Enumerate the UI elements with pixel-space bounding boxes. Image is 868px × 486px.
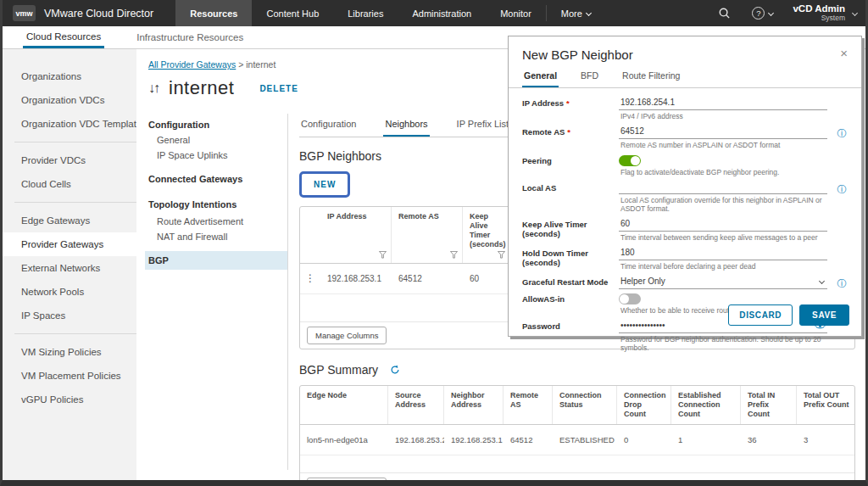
sidebar-item-cloud-cells[interactable]: Cloud Cells (3, 172, 136, 196)
column-header-ip-address[interactable]: IP Address (320, 207, 392, 263)
gateway-nav-route-advertisement[interactable]: Route Advertisement (145, 214, 287, 229)
column-header-edge-node[interactable]: Edge Node (300, 386, 388, 424)
local-as-input[interactable] (619, 182, 827, 194)
tab-configuration[interactable]: Configuration (299, 115, 358, 137)
field-label: Local AS (522, 182, 612, 215)
cell-total-in-prefix-count: 36 (741, 425, 797, 455)
sidebar: Organizations Organization VDCs Organiza… (3, 49, 136, 480)
close-icon[interactable]: × (840, 47, 848, 59)
sidebar-item-provider-gateways[interactable]: Provider Gateways (3, 232, 136, 256)
label-text: Remote AS (522, 127, 565, 137)
field-label: Graceful Restart Mode (522, 276, 612, 290)
save-button[interactable]: SAVE (799, 304, 849, 326)
nav-libraries[interactable]: Libraries (333, 0, 398, 26)
remote-as-input[interactable]: 64512 (619, 126, 827, 139)
sidebar-item-edge-gateways[interactable]: Edge Gateways (3, 209, 136, 232)
section-title-bgp-summary: BGP Summary (299, 363, 378, 377)
breadcrumb: All Provider Gateways > internet (148, 59, 275, 70)
column-header-established-connection-count[interactable]: Established Connection Count (671, 386, 741, 424)
divider (287, 114, 288, 470)
sidebar-item-vgpu-policies[interactable]: vGPU Policies (3, 388, 136, 411)
discard-button[interactable]: DISCARD (728, 304, 793, 326)
column-header-total-out-prefix-count[interactable]: Total OUT Prefix Count (797, 386, 854, 424)
user-menu[interactable]: vCD Admin System (784, 4, 849, 23)
dialog-tab-general[interactable]: General (522, 70, 559, 87)
icon-slot (834, 247, 849, 273)
cell-remote-as: 64512 (392, 264, 463, 293)
tab-infrastructure-resources[interactable]: Infrastructure Resources (133, 26, 247, 48)
filter-icon[interactable] (379, 251, 387, 259)
table-row[interactable]: lon5-nn-edge01a 192.168.253.2 192.168.25… (300, 425, 854, 455)
user-name: vCD Admin (793, 4, 845, 14)
sidebar-item-ip-spaces[interactable]: IP Spaces (3, 304, 136, 327)
info-icon[interactable]: ⓘ (834, 182, 849, 215)
filter-icon[interactable] (450, 251, 458, 259)
column-header-remote-as[interactable]: Remote AS (504, 386, 553, 424)
manage-columns-button[interactable]: Manage Columns (307, 478, 387, 486)
gateway-nav-connected-gateways[interactable]: Connected Gateways (145, 170, 287, 188)
dialog-title: New BGP Neighbor (522, 47, 633, 62)
vmware-logo[interactable]: vmw (13, 5, 36, 21)
sidebar-item-vm-placement-policies[interactable]: VM Placement Policies (3, 364, 136, 388)
column-header-connection-drop-count[interactable]: Connection Drop Count (617, 386, 671, 424)
search-button[interactable] (708, 7, 741, 20)
field-control: 60 Time interval between sending keep al… (619, 218, 827, 244)
refresh-button[interactable] (390, 365, 400, 375)
manage-columns-button[interactable]: Manage Columns (307, 327, 387, 344)
nav-monitor[interactable]: Monitor (486, 0, 546, 26)
gateway-nav-bgp[interactable]: BGP (145, 251, 287, 270)
select-value: Helper Only (620, 277, 665, 286)
sidebar-item-organization-vdc-templates[interactable]: Organization VDC Templates (3, 112, 136, 136)
tab-neighbors[interactable]: Neighbors (383, 115, 429, 137)
icon-slot (834, 218, 849, 244)
delete-button[interactable]: DELETE (259, 84, 298, 93)
new-button[interactable]: NEW (303, 175, 347, 194)
dialog-tab-route-filtering[interactable]: Route Filtering (620, 70, 682, 87)
graceful-restart-mode-select[interactable]: Helper Only (619, 276, 827, 289)
column-header-keep-alive-timer[interactable]: Keep Alive Timer (seconds) (463, 207, 510, 263)
column-header-total-in-prefix-count[interactable]: Total IN Prefix Count (741, 386, 797, 424)
help-button[interactable]: ? (742, 7, 783, 20)
dialog-tab-bfd[interactable]: BFD (579, 70, 600, 87)
divider (14, 142, 136, 142)
nav-resources[interactable]: Resources (175, 0, 252, 26)
column-header-remote-as[interactable]: Remote AS (392, 207, 463, 263)
column-header-connection-status[interactable]: Connection Status (553, 386, 617, 424)
gateway-nav: Configuration General IP Space Uplinks C… (145, 117, 287, 270)
chevron-down-icon (819, 278, 825, 284)
field-label: IP Address* (522, 97, 612, 123)
filter-icon[interactable] (498, 251, 505, 259)
product-title: VMware Cloud Director (44, 8, 153, 20)
vmware-logo-text: vmw (15, 9, 32, 18)
column-header-source-address[interactable]: Source Address (388, 386, 444, 424)
nav-more[interactable]: More (547, 0, 605, 26)
peering-toggle[interactable] (619, 155, 641, 166)
breadcrumb-link-all-provider-gateways[interactable]: All Provider Gateways (148, 59, 236, 70)
cell-edge-node: lon5-nn-edge01a (300, 425, 388, 455)
hold-down-timer-input[interactable]: 180 (619, 247, 827, 260)
gateway-type-icon: ↓↑ (148, 81, 159, 96)
nav-administration[interactable]: Administration (398, 0, 486, 26)
gateway-nav-ip-space-uplinks[interactable]: IP Space Uplinks (145, 148, 287, 163)
sidebar-item-network-pools[interactable]: Network Pools (3, 280, 136, 304)
cell-neighbor-address: 192.168.253.1 (444, 425, 504, 455)
info-icon[interactable]: ⓘ (834, 126, 849, 152)
tab-cloud-resources[interactable]: Cloud Resources (23, 26, 104, 48)
sidebar-item-provider-vdcs[interactable]: Provider VDCs (3, 148, 136, 172)
sidebar-item-vm-sizing-policies[interactable]: VM Sizing Policies (3, 340, 136, 364)
sidebar-item-external-networks[interactable]: External Networks (3, 256, 136, 280)
column-header-neighbor-address[interactable]: Neighbor Address (444, 386, 504, 424)
ip-address-input[interactable]: 192.168.254.1 (619, 97, 827, 110)
keep-alive-timer-input[interactable]: 60 (619, 218, 827, 232)
sidebar-item-organizations[interactable]: Organizations (3, 64, 136, 88)
row-actions-kebab-icon[interactable]: ⋮ (300, 264, 320, 293)
gateway-nav-nat-and-firewall[interactable]: NAT and Firewall (145, 229, 287, 244)
sidebar-item-organization-vdcs[interactable]: Organization VDCs (3, 88, 136, 112)
tab-ip-prefix-lists[interactable]: IP Prefix Lists (455, 115, 515, 137)
allowas-in-toggle[interactable] (619, 293, 641, 304)
bgp-summary-table-header: Edge Node Source Address Neighbor Addres… (300, 386, 854, 425)
nav-content-hub[interactable]: Content Hub (252, 0, 333, 26)
gateway-nav-general[interactable]: General (145, 132, 287, 148)
info-icon[interactable]: ⓘ (834, 276, 849, 290)
bgp-summary-table: Edge Node Source Address Neighbor Addres… (299, 385, 855, 486)
